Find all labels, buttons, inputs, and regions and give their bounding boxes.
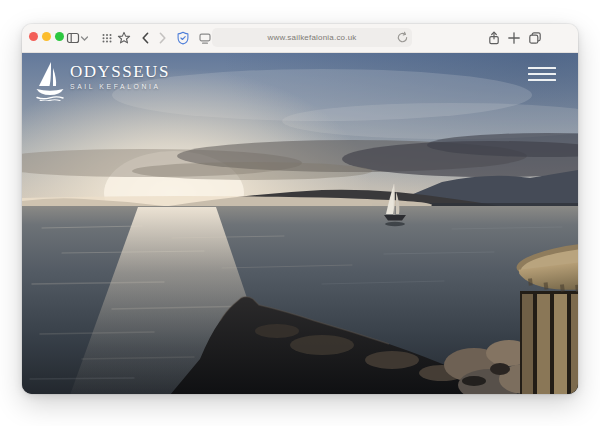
sidebar-toggle-icon[interactable] [66, 31, 80, 45]
hamburger-line [528, 79, 556, 81]
share-icon[interactable] [487, 31, 501, 45]
chevron-down-icon[interactable] [80, 31, 89, 45]
new-tab-icon[interactable] [507, 31, 521, 45]
privacy-shield-icon[interactable] [176, 31, 190, 45]
back-icon[interactable] [139, 31, 153, 45]
browser-window: www.sailkefalonia.co.uk [22, 24, 578, 394]
hamburger-line [528, 73, 556, 75]
zoom-window-button[interactable] [55, 32, 64, 41]
logo-title: ODYSSEUS [70, 63, 170, 81]
site-header: ODYSSEUS SAIL KEFALONIA [22, 53, 578, 101]
minimize-window-button[interactable] [42, 32, 51, 41]
close-window-button[interactable] [29, 32, 38, 41]
bookmark-star-icon[interactable] [117, 31, 131, 45]
logo-text: ODYSSEUS SAIL KEFALONIA [70, 61, 170, 90]
url-text: www.sailkefalonia.co.uk [267, 33, 356, 42]
address-bar[interactable]: www.sailkefalonia.co.uk [212, 28, 412, 47]
site-logo[interactable]: ODYSSEUS SAIL KEFALONIA [35, 61, 170, 101]
page-viewport: ODYSSEUS SAIL KEFALONIA [22, 53, 578, 394]
reader-view-icon[interactable] [198, 31, 212, 45]
tab-overview-icon[interactable] [528, 31, 542, 45]
browser-toolbar: www.sailkefalonia.co.uk [22, 24, 578, 53]
hamburger-line [528, 67, 556, 69]
hero-image [22, 53, 578, 394]
logo-subtitle: SAIL KEFALONIA [70, 83, 170, 90]
hamburger-menu-button[interactable] [528, 67, 556, 81]
grid-icon[interactable] [100, 31, 114, 45]
stone-column [515, 237, 578, 394]
sailboat-logo-icon [35, 61, 65, 101]
forward-icon[interactable] [155, 31, 169, 45]
refresh-icon[interactable] [395, 31, 409, 45]
